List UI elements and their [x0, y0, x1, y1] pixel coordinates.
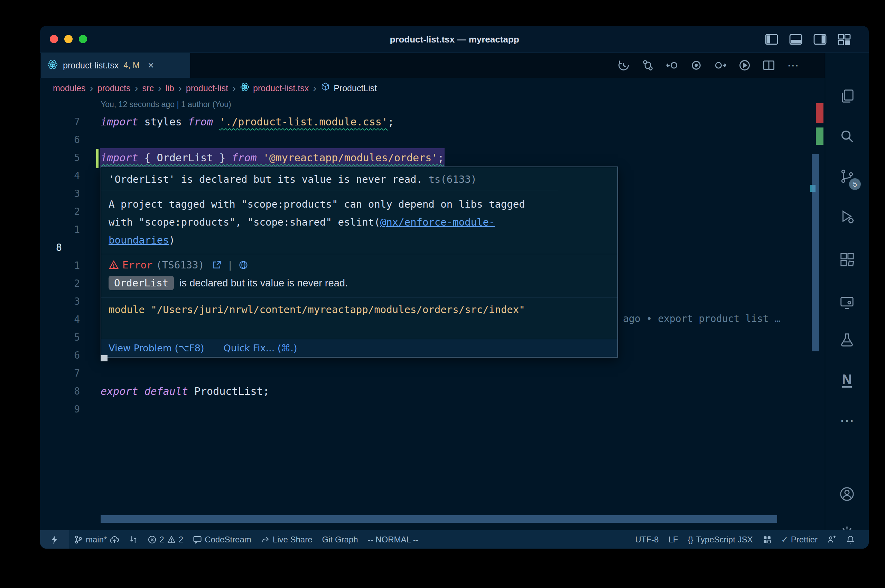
overview-added-mark	[816, 128, 823, 145]
error-severity-row: Error(TS6133) |	[101, 254, 618, 272]
notifications-bell-icon[interactable]	[841, 530, 860, 549]
remote-indicator[interactable]	[40, 530, 69, 549]
next-change-icon[interactable]	[714, 58, 727, 72]
breadcrumb-item-file[interactable]: product-list.tsx	[253, 83, 309, 93]
encoding-status[interactable]: UTF-8	[630, 530, 663, 549]
chevron-right-icon: ›	[312, 82, 317, 94]
more-actions-icon[interactable]: ⋯	[786, 58, 800, 72]
language-mode-status[interactable]: {} TypeScript JSX	[683, 530, 757, 549]
run-file-icon[interactable]	[738, 58, 751, 72]
vim-mode-status[interactable]: -- NORMAL --	[363, 530, 424, 549]
code-line[interactable]: import styles from './product-list.modul…	[101, 113, 811, 131]
prettier-status[interactable]: ✓ Prettier	[777, 530, 822, 549]
breadcrumb-item-modules[interactable]: modules	[53, 83, 86, 93]
close-icon[interactable]: ×	[148, 59, 154, 71]
prev-change-icon[interactable]	[665, 58, 679, 72]
source-control-icon[interactable]: 5	[836, 165, 858, 187]
breadcrumb-item-products[interactable]: products	[98, 83, 131, 93]
git-branch-status[interactable]: main*	[69, 530, 124, 549]
live-share-status[interactable]: Live Share	[256, 530, 317, 549]
breadcrumb-item-lib[interactable]: lib	[165, 83, 174, 93]
error-description-row: OrderList is declared but its value is n…	[101, 272, 618, 297]
eslint-message: A project tagged with "scope:products" c…	[101, 190, 557, 254]
toggle-sidebar-left-icon[interactable]	[764, 32, 779, 46]
code-line[interactable]	[101, 400, 811, 418]
testing-beaker-icon[interactable]	[836, 329, 858, 351]
chevron-right-icon: ›	[178, 82, 183, 94]
symbol-chip: OrderList	[108, 276, 174, 290]
compare-refs-icon	[129, 535, 138, 544]
react-icon	[47, 59, 58, 72]
code-line[interactable]: export default ProductList;	[101, 382, 811, 400]
codestream-status[interactable]: CodeStream	[188, 530, 256, 549]
account-icon[interactable]	[836, 483, 858, 505]
chevron-right-icon: ›	[134, 82, 139, 94]
more-views-icon[interactable]: ⋯	[836, 410, 858, 432]
view-problem-link[interactable]: View Problem (⌥F8)	[108, 343, 204, 353]
tab-modified-badge: 4, M	[123, 60, 140, 70]
ts-error-code: ts(6133)	[428, 173, 477, 185]
hover-tooltip: 'OrderList' is declared but its value is…	[101, 166, 618, 358]
comment-bubble-icon	[193, 535, 202, 544]
git-added-gutter-mark	[96, 149, 99, 168]
error-code: (TS6133)	[156, 259, 204, 271]
scm-badge: 5	[849, 178, 861, 190]
search-icon[interactable]	[836, 125, 858, 147]
extensions-icon[interactable]	[836, 248, 858, 270]
open-external-icon[interactable]	[212, 260, 222, 270]
explorer-icon[interactable]	[836, 85, 858, 107]
code-line[interactable]: import { OrderList } from '@myreactapp/m…	[101, 149, 811, 167]
check-icon: ✓	[781, 535, 788, 544]
separator: |	[225, 259, 235, 271]
eol-status[interactable]: LF	[663, 530, 683, 549]
tab-bar: product-list.tsx 4, M ×	[40, 53, 825, 78]
editor: You, 12 seconds ago | 1 author (You) 765…	[40, 99, 825, 530]
module-path-row: module "/Users/juri/nrwl/content/myreact…	[101, 297, 618, 322]
ts-error-line: 'OrderList' is declared but its value is…	[101, 167, 618, 190]
extension-status-icon[interactable]	[758, 530, 777, 549]
gitlens-compare-status[interactable]	[124, 530, 143, 549]
split-editor-icon[interactable]	[762, 58, 776, 72]
toggle-sidebar-right-icon[interactable]	[813, 32, 827, 46]
overview-error-mark	[816, 103, 823, 123]
window-title: product-list.tsx — myreactapp	[40, 26, 869, 53]
symbol-cube-icon	[320, 82, 330, 94]
error-icon	[147, 535, 156, 544]
breadcrumb-item-product-list[interactable]: product-list	[186, 83, 228, 93]
git-graph-status[interactable]: Git Graph	[317, 530, 363, 549]
react-icon	[240, 82, 249, 94]
customize-layout-icon[interactable]	[837, 32, 852, 46]
breadcrumb: modules › products › src › lib › product…	[40, 78, 825, 99]
code-line[interactable]	[101, 364, 811, 382]
vscode-window: product-list.tsx — myreactapp	[40, 26, 869, 549]
tab-product-list[interactable]: product-list.tsx 4, M ×	[41, 53, 190, 78]
status-bar: main* 2 2	[40, 530, 869, 549]
quick-fix-link[interactable]: Quick Fix... (⌘.)	[224, 343, 297, 353]
nx-console-icon[interactable]: N	[836, 369, 858, 391]
codelens-blame[interactable]: You, 12 seconds ago | 1 author (You)	[101, 100, 231, 109]
feedback-icon[interactable]	[822, 530, 841, 549]
remote-explorer-icon[interactable]	[836, 292, 858, 314]
warning-triangle-icon	[108, 260, 119, 270]
breadcrumb-item-symbol[interactable]: ProductList	[334, 83, 377, 93]
tab-label: product-list.tsx	[63, 60, 119, 70]
warning-icon	[167, 535, 176, 544]
chevron-right-icon: ›	[157, 82, 162, 94]
tooltip-resize-grip[interactable]	[101, 355, 108, 362]
code-line[interactable]	[101, 131, 811, 149]
globe-icon[interactable]	[239, 260, 248, 270]
chevron-right-icon: ›	[89, 82, 94, 94]
timeline-history-icon[interactable]	[617, 58, 631, 72]
run-debug-icon[interactable]	[836, 206, 858, 228]
vertical-scrollbar[interactable]	[812, 154, 819, 351]
chevron-right-icon: ›	[231, 82, 236, 94]
live-share-icon	[261, 535, 270, 544]
problems-status[interactable]: 2 2	[143, 530, 188, 549]
breadcrumb-item-src[interactable]: src	[142, 83, 153, 93]
toggle-panel-bottom-icon[interactable]	[789, 32, 803, 46]
open-changes-icon[interactable]	[689, 58, 703, 72]
hover-actions: View Problem (⌥F8) Quick Fix... (⌘.)	[101, 339, 618, 357]
brackets-icon: {}	[688, 535, 693, 544]
compare-changes-icon[interactable]	[641, 58, 655, 72]
horizontal-scrollbar[interactable]	[101, 515, 777, 523]
